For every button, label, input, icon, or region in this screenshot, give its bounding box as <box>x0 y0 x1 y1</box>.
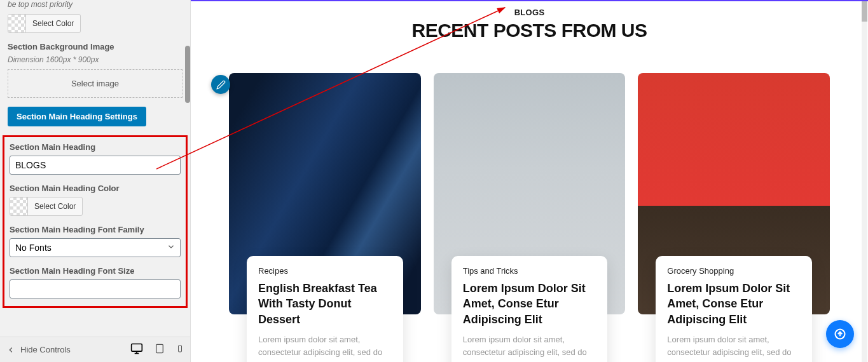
select-color-label: Select Color <box>26 19 80 28</box>
font-size-input[interactable] <box>10 279 181 298</box>
post-card[interactable]: Recipes English Breakfast Tea With Tasty… <box>229 73 421 314</box>
section-main-heading-label: Section Main Heading <box>10 142 181 152</box>
svg-rect-3 <box>156 344 163 352</box>
section-main-heading-color-label: Section Main Heading Color <box>10 184 181 193</box>
color-swatch-icon <box>8 15 26 32</box>
post-card[interactable]: Tips and Tricks Lorem Ipsum Dolor Sit Am… <box>434 73 626 314</box>
svg-rect-5 <box>179 345 182 352</box>
preview-pane: BLOGS RECENT POSTS FROM US Recipes Engli… <box>191 0 868 362</box>
arrow-up-icon <box>834 328 846 340</box>
hide-controls-button[interactable]: Hide Controls <box>6 345 71 354</box>
post-excerpt: Lorem ipsum dolor sit amet, consectetur … <box>667 333 801 362</box>
bg-image-label: Section Background Image <box>8 42 183 51</box>
bg-image-dimension: Dimension 1600px * 900px <box>8 55 183 64</box>
post-excerpt: Lorem ipsum dolor sit amet, consectetur … <box>258 333 392 362</box>
blogs-subheading: BLOGS <box>203 8 855 17</box>
highlight-box: Section Main Heading Section Main Headin… <box>3 135 188 308</box>
mobile-device-icon[interactable] <box>176 344 184 356</box>
sidebar-scrollbar[interactable] <box>185 46 190 103</box>
post-title[interactable]: English Breakfast Tea With Tasty Donut D… <box>258 281 392 327</box>
section-main-heading-input[interactable] <box>10 156 181 175</box>
desktop-device-icon[interactable] <box>130 342 143 357</box>
font-family-label: Section Main Heading Font Family <box>10 225 181 234</box>
pencil-icon <box>216 80 226 90</box>
sidebar-footer: Hide Controls <box>0 337 190 362</box>
select-image-button[interactable]: Select image <box>8 69 183 98</box>
post-card[interactable]: Grocery Shopping Lorem Ipsum Dolor Sit A… <box>638 73 830 314</box>
color-swatch-icon <box>10 198 28 215</box>
post-category[interactable]: Grocery Shopping <box>667 266 801 276</box>
preview-scrollbar-track[interactable] <box>862 1 867 362</box>
post-category[interactable]: Tips and Tricks <box>463 266 596 276</box>
edit-shortcut-button[interactable] <box>211 75 230 94</box>
chevron-left-icon <box>6 345 15 354</box>
scroll-to-top-button[interactable] <box>826 320 854 348</box>
section-main-heading-settings-button[interactable]: Section Main Heading Settings <box>8 107 146 126</box>
page-title: RECENT POSTS FROM US <box>203 20 855 41</box>
font-family-select[interactable]: No Fonts <box>10 238 181 257</box>
select-color-button-top[interactable]: Select Color <box>8 14 81 33</box>
post-excerpt: Lorem ipsum dolor sit amet, consectetur … <box>463 333 596 362</box>
select-color-button-heading[interactable]: Select Color <box>10 197 83 216</box>
svg-rect-0 <box>132 344 142 352</box>
preview-scrollbar-thumb[interactable] <box>862 1 867 22</box>
priority-hint: be top most priority <box>8 0 183 9</box>
post-category[interactable]: Recipes <box>258 266 392 276</box>
font-size-label: Section Main Heading Font Size <box>10 266 181 276</box>
select-color-label: Select Color <box>28 202 82 211</box>
customizer-sidebar: be top most priority Select Color Sectio… <box>0 0 191 362</box>
post-title[interactable]: Lorem Ipsum Dolor Sit Amet, Conse Etur A… <box>463 281 596 327</box>
hide-controls-label: Hide Controls <box>20 345 71 354</box>
tablet-device-icon[interactable] <box>155 344 165 356</box>
post-title[interactable]: Lorem Ipsum Dolor Sit Amet, Conse Etur A… <box>667 281 801 327</box>
